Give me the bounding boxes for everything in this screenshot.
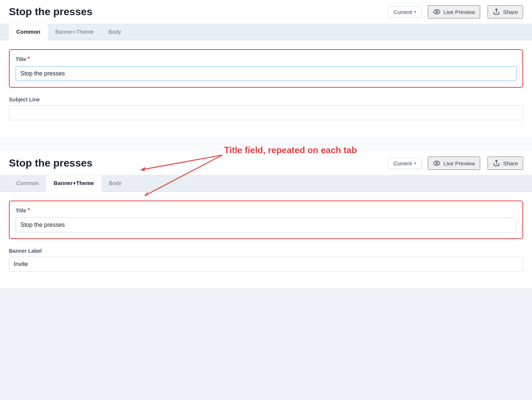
share-button-1[interactable]: Share	[488, 5, 523, 19]
tab-bar-2: Common Banner+Theme Body	[0, 175, 532, 192]
header-bar-1: Stop the presses Current ▾ Live Preview	[0, 0, 532, 24]
title-input-2[interactable]	[16, 218, 516, 232]
eye-icon-1	[433, 8, 440, 16]
share-icon-1	[493, 8, 500, 16]
svg-point-0	[434, 10, 440, 14]
share-label-2: Share	[503, 160, 518, 167]
version-label-2: Current	[393, 160, 412, 167]
page-title-1: Stop the presses	[9, 6, 382, 18]
content-area-2: Title * Banner Label	[0, 192, 532, 288]
title-field-group-2: Title *	[9, 201, 523, 239]
svg-point-9	[436, 162, 438, 164]
title-input-1[interactable]	[16, 66, 516, 81]
banner-label-label-2: Banner Label	[9, 248, 523, 254]
required-star-2: *	[28, 207, 30, 214]
share-button-2[interactable]: Share	[488, 157, 523, 170]
svg-point-8	[434, 161, 440, 165]
section-2: Stop the presses Current ▾ Live Preview	[0, 151, 532, 288]
banner-label-group-2: Banner Label	[9, 248, 523, 272]
chevron-down-icon-1: ▾	[414, 10, 416, 14]
title-label-2: Title *	[16, 207, 516, 214]
eye-icon-2	[433, 159, 440, 167]
tab-bar-1: Common Banner+Theme Body	[0, 24, 532, 40]
section-1: Stop the presses Current ▾ Live Preview	[0, 0, 532, 137]
share-icon-2	[493, 159, 500, 167]
tab-common-2[interactable]: Common	[9, 175, 46, 191]
version-dropdown-1[interactable]: Current ▾	[388, 6, 422, 18]
header-bar-2: Stop the presses Current ▾ Live Preview	[0, 151, 532, 175]
subject-line-input-1[interactable]	[9, 105, 523, 120]
tab-banner-theme-2[interactable]: Banner+Theme	[46, 175, 102, 192]
live-preview-button-1[interactable]: Live Preview	[428, 5, 480, 19]
share-label-1: Share	[503, 9, 518, 15]
live-preview-label-2: Live Preview	[443, 160, 475, 167]
chevron-down-icon-2: ▾	[414, 161, 416, 166]
tab-body-2[interactable]: Body	[102, 175, 129, 191]
header-actions-2: Live Preview Share	[428, 157, 523, 170]
title-label-1: Title *	[16, 56, 516, 63]
page-title-2: Stop the presses	[9, 157, 382, 169]
header-actions-1: Live Preview Share	[428, 5, 523, 19]
tab-common-1[interactable]: Common	[9, 24, 48, 40]
required-star-1: *	[28, 56, 30, 63]
subject-line-label-1: Subject Line	[9, 97, 523, 102]
live-preview-label-1: Live Preview	[443, 9, 475, 15]
version-label-1: Current	[393, 9, 412, 15]
title-field-group-1: Title *	[9, 49, 523, 88]
banner-label-input-2[interactable]	[9, 257, 523, 272]
tab-banner-theme-1[interactable]: Banner+Theme	[48, 24, 101, 40]
main-wrapper: Stop the presses Current ▾ Live Preview	[0, 0, 532, 288]
version-dropdown-2[interactable]: Current ▾	[388, 158, 422, 169]
svg-point-1	[436, 11, 438, 13]
subject-line-group-1: Subject Line	[9, 97, 523, 120]
live-preview-button-2[interactable]: Live Preview	[428, 157, 480, 170]
content-area-1: Title * Subject Line	[0, 40, 532, 137]
tab-body-1[interactable]: Body	[101, 24, 129, 40]
